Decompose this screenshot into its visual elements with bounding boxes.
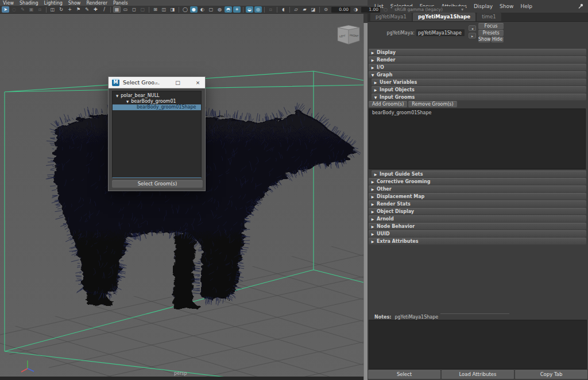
add-grooms-button[interactable]: Add Groom(s) [369, 101, 407, 107]
gamma-field[interactable]: 1.00 [361, 7, 380, 13]
menu-show[interactable]: Show [65, 1, 84, 6]
section-arnold[interactable]: ▶Arnold [369, 215, 586, 222]
notes-textarea[interactable] [369, 320, 587, 369]
ae-menu-display[interactable]: Display [470, 3, 496, 9]
section-render[interactable]: ▶Render [369, 56, 586, 63]
section-input-grooms[interactable]: ▼Input Grooms [372, 94, 586, 100]
color-managed-icon[interactable]: ○ [382, 6, 389, 13]
menu-shading[interactable]: Shading [17, 1, 41, 6]
wireframe-icon[interactable]: ◯ [181, 6, 189, 13]
lighting-icon[interactable]: ☀ [233, 6, 241, 13]
ae-menu-show[interactable]: Show [496, 3, 517, 9]
panel-splitter[interactable] [363, 23, 368, 380]
select-grooms-button[interactable]: Select Groom(s) [112, 180, 203, 188]
menu-view[interactable]: View [0, 1, 17, 6]
section-uuid[interactable]: ▶UUID [369, 230, 586, 237]
menu-lighting[interactable]: Lighting [41, 1, 65, 6]
camera-tumble-icon[interactable]: ↻ [57, 6, 65, 13]
node-type-label: pgYetiMaya: [372, 30, 415, 36]
image-plane-icon[interactable]: ◪ [310, 6, 317, 13]
node-name-input[interactable] [416, 29, 465, 36]
tree-item-polar-bear-null[interactable]: ▼polar_bear_NULL [113, 93, 201, 99]
tab-time1[interactable]: time1 [477, 13, 501, 21]
expander-icon[interactable]: ▼ [126, 99, 129, 104]
select-tool-icon[interactable]: ➤ [2, 6, 9, 13]
bookmark-icon[interactable]: ⚑ [75, 6, 82, 13]
tree-item-bearbody-groom01shape[interactable]: bearBody_groom01Shape [113, 104, 201, 110]
section-i-o[interactable]: ▶I/O [369, 64, 586, 71]
gamma-icon[interactable]: ◑ [352, 6, 359, 13]
focus-button[interactable]: Focus [478, 23, 504, 29]
menu-panels[interactable]: Panels [110, 1, 131, 6]
color-space-dropdown[interactable]: sRGB gamma (legacy)▾ [392, 6, 466, 13]
load-attributes-button[interactable]: Load Attributes [442, 370, 514, 379]
maximize-icon[interactable]: □ [173, 79, 182, 87]
output-connection-icon[interactable]: ▸ [469, 33, 476, 38]
section-corrective-grooming[interactable]: ▶Corrective Grooming [369, 178, 586, 185]
show-button[interactable]: Show [478, 37, 490, 42]
section-node-behavior[interactable]: ▶Node Behavior [369, 223, 586, 230]
hide-button[interactable]: Hide [491, 37, 504, 42]
gate-mask-icon[interactable]: ▢ [139, 6, 146, 13]
ambient-occlusion-icon[interactable]: ◎ [254, 6, 262, 13]
grid-icon[interactable]: ▦ [113, 6, 121, 13]
chevron-right-icon: ▶ [369, 195, 377, 199]
section-user-variables[interactable]: ▶User Variables [372, 79, 586, 86]
isolate-select-icon[interactable]: ▫ [267, 6, 274, 13]
section-graph[interactable]: ▼Graph [369, 71, 586, 78]
field-chart-icon[interactable]: ⊞ [152, 6, 159, 13]
viewport-3d[interactable]: LEFT FRONT persp [0, 14, 363, 380]
section-object-display[interactable]: ▶Object Display [369, 208, 586, 215]
paint-select-icon[interactable]: ✎ [19, 6, 26, 13]
menu-renderer[interactable]: Renderer [83, 1, 110, 6]
select-button[interactable]: Select [368, 370, 440, 379]
section-input-objects[interactable]: ▶Input Objects [372, 86, 586, 93]
dialog-titlebar[interactable]: M Select Groo... – □ × [109, 77, 205, 88]
multi-view-icon[interactable]: ▰ [301, 6, 308, 13]
flat-shade-icon[interactable]: ◐ [199, 6, 206, 13]
camera-icon[interactable]: ◫ [49, 6, 56, 13]
input-connection-icon[interactable]: ◂ [469, 25, 476, 31]
tab-pgyetimaya1[interactable]: pgYetiMaya1 [370, 13, 412, 21]
resolution-gate-icon[interactable]: ◻ [130, 6, 138, 13]
presets-button[interactable]: Presets [478, 30, 504, 36]
section-extra-attributes[interactable]: ▶Extra Attributes [369, 238, 586, 245]
select-object-icon[interactable]: ▫ [36, 6, 44, 13]
ae-menu-help[interactable]: Help [517, 3, 536, 9]
section-render-stats[interactable]: ▶Render Stats [369, 200, 586, 207]
section-display[interactable]: ▶Display [369, 49, 586, 56]
smooth-shade-icon[interactable]: ● [190, 6, 198, 13]
tree-item-bearbody-groom01[interactable]: ▼bearBody_groom01 [113, 99, 201, 104]
list-item[interactable]: bearBody_groom01Shape [369, 109, 585, 117]
snapshot-icon[interactable]: ▱ [292, 6, 300, 13]
exposure-icon[interactable]: ⊙ [322, 6, 330, 13]
input-grooms-list[interactable]: bearBody_groom01Shape [369, 108, 586, 169]
section-input-guide-sets[interactable]: ▶Input Guide Sets [372, 170, 586, 177]
xray-icon[interactable]: ◖ [280, 6, 287, 13]
section-other[interactable]: ▶Other [369, 185, 586, 192]
copy-tab-button[interactable]: Copy Tab [515, 370, 587, 379]
lasso-select-icon[interactable]: ◌ [10, 6, 18, 13]
pencil-icon[interactable]: ✎ [83, 6, 91, 13]
minimize-icon[interactable]: – [152, 79, 161, 87]
select-component-icon[interactable]: ▣ [28, 6, 35, 13]
section-displacement-map[interactable]: ▶Displacement Map [369, 193, 586, 200]
safe-title-icon[interactable]: ◨ [169, 6, 176, 13]
groom-tree[interactable]: ▼polar_bear_NULL▼bearBody_groom01bearBod… [112, 91, 202, 178]
view-cube[interactable]: LEFT FRONT [338, 25, 359, 44]
textured-icon[interactable]: ◍ [216, 6, 223, 13]
exposure-field[interactable]: 0.00 [331, 7, 350, 13]
expander-icon[interactable]: ▼ [116, 93, 118, 99]
film-gate-icon[interactable]: ▭ [122, 6, 129, 13]
pivot-icon[interactable]: ✚ [92, 6, 99, 13]
pin-icon[interactable] [578, 3, 584, 9]
close-icon[interactable]: × [194, 79, 202, 87]
remove-grooms-button[interactable]: Remove Groom(s) [408, 101, 457, 107]
tab-pgyetimaya1shape[interactable]: pgYetiMaya1Shape [413, 13, 475, 21]
shadows-icon[interactable]: ◒ [246, 6, 253, 13]
safe-action-icon[interactable]: ◫ [160, 6, 168, 13]
bounding-box-icon[interactable]: ▢ [207, 6, 215, 13]
camera-track-icon[interactable]: + [66, 6, 74, 13]
default-material-icon[interactable]: ◓ [225, 6, 232, 13]
brush-icon[interactable]: / [100, 6, 108, 13]
